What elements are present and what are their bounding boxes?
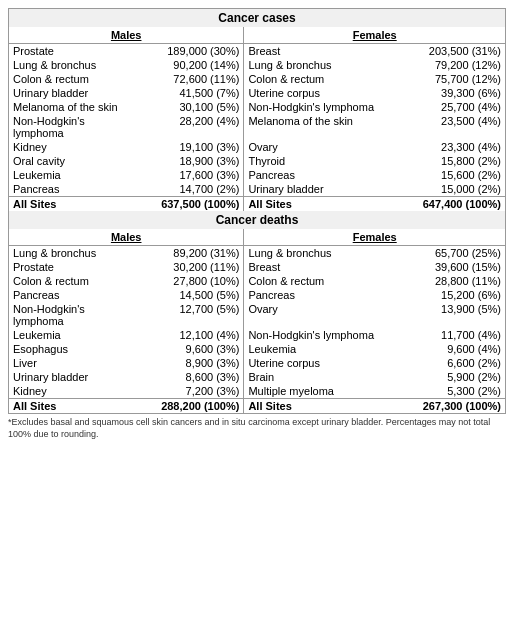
female-cancer-value: 5,300 (2%) bbox=[398, 384, 505, 399]
female-cancer-name: Breast bbox=[244, 260, 399, 274]
table-row: All Sites637,500 (100%)All Sites647,400 … bbox=[9, 197, 506, 212]
male-cancer-value: 8,600 (3%) bbox=[139, 370, 244, 384]
male-cancer-value: 27,800 (10%) bbox=[139, 274, 244, 288]
male-cancer-name: All Sites bbox=[9, 197, 140, 212]
table-row: Liver8,900 (3%)Uterine corpus6,600 (2%) bbox=[9, 356, 506, 370]
female-cancer-value: 15,000 (2%) bbox=[398, 182, 505, 197]
female-cancer-value: 79,200 (12%) bbox=[398, 58, 505, 72]
table-row: Urinary bladder41,500 (7%)Uterine corpus… bbox=[9, 86, 506, 100]
male-cancer-name: Leukemia bbox=[9, 168, 140, 182]
male-cancer-value: 41,500 (7%) bbox=[139, 86, 244, 100]
male-cancer-value: 72,600 (11%) bbox=[139, 72, 244, 86]
table-row: All Sites288,200 (100%)All Sites267,300 … bbox=[9, 399, 506, 414]
male-cancer-name: Pancreas bbox=[9, 288, 140, 302]
female-cancer-value: 39,300 (6%) bbox=[398, 86, 505, 100]
female-cancer-name: Ovary bbox=[244, 140, 399, 154]
female-cancer-value: 15,200 (6%) bbox=[398, 288, 505, 302]
female-cancer-value: 23,500 (4%) bbox=[398, 114, 505, 140]
male-cancer-name: Melanoma of the skin bbox=[9, 100, 140, 114]
male-cancer-value: 9,600 (3%) bbox=[139, 342, 244, 356]
male-cancer-name: Lung & bronchus bbox=[9, 246, 140, 261]
female-cancer-value: 28,800 (11%) bbox=[398, 274, 505, 288]
female-cancer-value: 5,900 (2%) bbox=[398, 370, 505, 384]
male-cancer-value: 14,700 (2%) bbox=[139, 182, 244, 197]
female-cancer-name: Pancreas bbox=[244, 168, 399, 182]
female-cancer-value: 15,600 (2%) bbox=[398, 168, 505, 182]
females-column-header: Females bbox=[244, 229, 506, 246]
female-cancer-value: 23,300 (4%) bbox=[398, 140, 505, 154]
table-row: Oral cavity18,900 (3%)Thyroid15,800 (2%) bbox=[9, 154, 506, 168]
female-cancer-value: 6,600 (2%) bbox=[398, 356, 505, 370]
female-cancer-name: Lung & bronchus bbox=[244, 58, 399, 72]
cancer-data-table: Cancer casesMalesFemalesProstate189,000 … bbox=[8, 8, 506, 414]
male-cancer-name: Kidney bbox=[9, 140, 140, 154]
footnote-text: *Excludes basal and squamous cell skin c… bbox=[8, 417, 506, 440]
male-cancer-name: Non-Hodgkin's lymphoma bbox=[9, 302, 140, 328]
female-cancer-value: 65,700 (25%) bbox=[398, 246, 505, 261]
female-cancer-value: 9,600 (4%) bbox=[398, 342, 505, 356]
female-cancer-value: 203,500 (31%) bbox=[398, 44, 505, 59]
female-cancer-value: 15,800 (2%) bbox=[398, 154, 505, 168]
male-cancer-value: 18,900 (3%) bbox=[139, 154, 244, 168]
female-cancer-name: Uterine corpus bbox=[244, 86, 399, 100]
male-cancer-value: 30,200 (11%) bbox=[139, 260, 244, 274]
female-cancer-name: Urinary bladder bbox=[244, 182, 399, 197]
male-cancer-name: Prostate bbox=[9, 44, 140, 59]
female-cancer-value: 13,900 (5%) bbox=[398, 302, 505, 328]
table-row: Esophagus9,600 (3%)Leukemia9,600 (4%) bbox=[9, 342, 506, 356]
male-cancer-value: 14,500 (5%) bbox=[139, 288, 244, 302]
female-cancer-name: Leukemia bbox=[244, 342, 399, 356]
male-cancer-value: 637,500 (100%) bbox=[139, 197, 244, 212]
male-cancer-value: 7,200 (3%) bbox=[139, 384, 244, 399]
female-cancer-name: Melanoma of the skin bbox=[244, 114, 399, 140]
male-cancer-name: Colon & rectum bbox=[9, 274, 140, 288]
female-cancer-name: Uterine corpus bbox=[244, 356, 399, 370]
male-cancer-name: Leukemia bbox=[9, 328, 140, 342]
female-cancer-value: 267,300 (100%) bbox=[398, 399, 505, 414]
male-cancer-name: Esophagus bbox=[9, 342, 140, 356]
deaths-section-header: Cancer deaths bbox=[9, 211, 506, 229]
male-cancer-name: Non-Hodgkin's lymphoma bbox=[9, 114, 140, 140]
table-row: Kidney19,100 (3%)Ovary23,300 (4%) bbox=[9, 140, 506, 154]
table-row: Leukemia17,600 (3%)Pancreas15,600 (2%) bbox=[9, 168, 506, 182]
table-row: Lung & bronchus90,200 (14%)Lung & bronch… bbox=[9, 58, 506, 72]
male-cancer-value: 189,000 (30%) bbox=[139, 44, 244, 59]
table-row: Leukemia12,100 (4%)Non-Hodgkin's lymphom… bbox=[9, 328, 506, 342]
female-cancer-name: Thyroid bbox=[244, 154, 399, 168]
table-row: Pancreas14,700 (2%)Urinary bladder15,000… bbox=[9, 182, 506, 197]
males-column-header: Males bbox=[9, 27, 244, 44]
table-row: Lung & bronchus89,200 (31%)Lung & bronch… bbox=[9, 246, 506, 261]
female-cancer-value: 75,700 (12%) bbox=[398, 72, 505, 86]
female-cancer-name: Multiple myeloma bbox=[244, 384, 399, 399]
female-cancer-name: Pancreas bbox=[244, 288, 399, 302]
females-column-header: Females bbox=[244, 27, 506, 44]
male-cancer-name: Urinary bladder bbox=[9, 86, 140, 100]
male-cancer-value: 19,100 (3%) bbox=[139, 140, 244, 154]
male-cancer-name: All Sites bbox=[9, 399, 140, 414]
female-cancer-value: 25,700 (4%) bbox=[398, 100, 505, 114]
male-cancer-value: 89,200 (31%) bbox=[139, 246, 244, 261]
male-cancer-name: Colon & rectum bbox=[9, 72, 140, 86]
male-cancer-name: Liver bbox=[9, 356, 140, 370]
female-cancer-name: Colon & rectum bbox=[244, 274, 399, 288]
table-row: Non-Hodgkin's lymphoma12,700 (5%)Ovary13… bbox=[9, 302, 506, 328]
table-row: Kidney7,200 (3%)Multiple myeloma5,300 (2… bbox=[9, 384, 506, 399]
male-cancer-value: 12,100 (4%) bbox=[139, 328, 244, 342]
female-cancer-value: 39,600 (15%) bbox=[398, 260, 505, 274]
male-cancer-value: 8,900 (3%) bbox=[139, 356, 244, 370]
female-cancer-name: Brain bbox=[244, 370, 399, 384]
table-row: Colon & rectum27,800 (10%)Colon & rectum… bbox=[9, 274, 506, 288]
male-cancer-name: Urinary bladder bbox=[9, 370, 140, 384]
male-cancer-name: Oral cavity bbox=[9, 154, 140, 168]
table-row: Urinary bladder8,600 (3%)Brain5,900 (2%) bbox=[9, 370, 506, 384]
female-cancer-name: Colon & rectum bbox=[244, 72, 399, 86]
male-cancer-value: 30,100 (5%) bbox=[139, 100, 244, 114]
table-row: Prostate30,200 (11%)Breast39,600 (15%) bbox=[9, 260, 506, 274]
male-cancer-value: 288,200 (100%) bbox=[139, 399, 244, 414]
male-cancer-value: 17,600 (3%) bbox=[139, 168, 244, 182]
female-cancer-name: All Sites bbox=[244, 399, 399, 414]
female-cancer-name: Lung & bronchus bbox=[244, 246, 399, 261]
table-row: Colon & rectum72,600 (11%)Colon & rectum… bbox=[9, 72, 506, 86]
male-cancer-value: 12,700 (5%) bbox=[139, 302, 244, 328]
female-cancer-value: 11,700 (4%) bbox=[398, 328, 505, 342]
